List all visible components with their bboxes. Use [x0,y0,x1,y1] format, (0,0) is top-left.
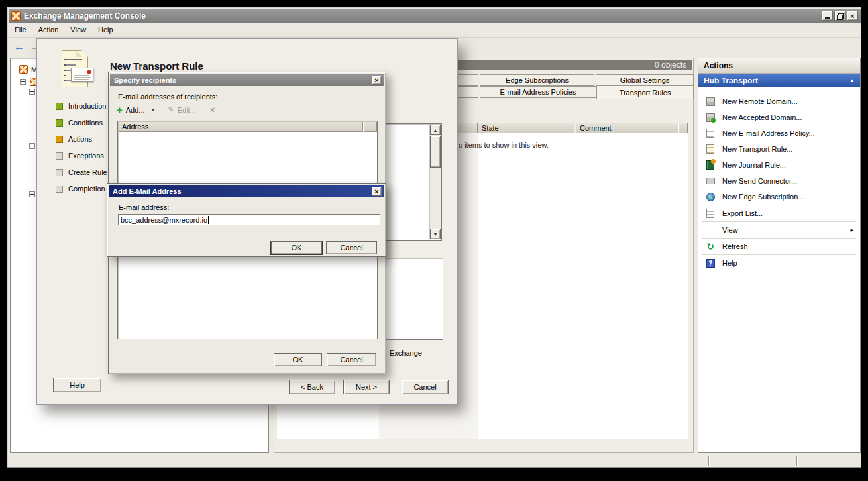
add-button[interactable]: Add... [126,106,145,114]
scroll-down-button[interactable]: ▼ [430,229,441,239]
status-bar [9,454,861,467]
action-new-remote-domain[interactable]: New Remote Domain... [698,93,860,109]
wizard-step-completion[interactable]: Completion [56,185,105,193]
submenu-icon: ► [849,227,855,233]
cancel-button-wizard[interactable]: Cancel [402,380,449,394]
address-column-tail[interactable] [364,122,377,132]
wizard-step-create-rule[interactable]: Create Rule [56,168,107,176]
column-header-comment[interactable]: Comment [576,123,678,133]
action-new-journal-rule[interactable]: New Journal Rule... [698,157,860,173]
close-button[interactable]: × [847,11,858,21]
tree-expander-recipient[interactable] [29,191,35,197]
wizard-step-exceptions[interactable]: Exceptions [56,152,104,160]
journal-rule-icon [705,160,716,170]
edit-button[interactable]: Edit... [178,106,196,114]
add-email-address-dialog: Add E-Mail Address × E-mail address: bcc… [107,183,386,257]
action-new-email-address-policy[interactable]: New E-mail Address Policy... [698,125,860,141]
actions-header: Actions [698,58,860,74]
help-button[interactable]: Help [53,378,101,392]
dialog-title: Specify recipients [114,76,176,84]
tree-expander-exchange[interactable] [20,79,26,85]
help-icon: ? [705,258,716,268]
action-new-transport-rule[interactable]: New Transport Rule... [698,141,860,157]
action-view[interactable]: View ► [698,222,860,238]
action-new-send-connector[interactable]: → New Send Connector... [698,173,860,189]
accepted-domain-icon [705,112,716,123]
email-address-input[interactable]: bcc_address@mxrecord.io [118,214,380,225]
dialog-title: Add E-Mail Address [113,187,182,195]
column-header-tail[interactable] [678,123,688,133]
menu-view[interactable]: View [64,24,92,36]
step-status-icon [56,103,63,110]
next-button[interactable]: Next > [343,380,390,394]
wizard-step-introduction[interactable]: Introduction [56,102,106,110]
wizard-step-conditions[interactable]: Conditions [56,119,103,127]
edge-subscription-icon: ↻ [705,191,716,202]
back-button[interactable]: ← [11,40,27,54]
exchange-logo-icon [11,11,21,21]
remote-domain-icon [705,96,716,107]
scrollbar[interactable]: ▲ ▼ [429,125,441,239]
view-blank-icon [705,225,716,235]
export-list-icon: → [705,208,716,219]
menu-file[interactable]: File [9,24,32,36]
specify-recipients-title-bar[interactable]: Specify recipients × [110,74,384,86]
action-new-accepted-domain[interactable]: New Accepted Domain... [698,109,860,125]
recipients-label: E-mail addresses of recipients: [118,93,217,101]
empty-list-text: o items to show in this view. [459,141,549,149]
text-caret [208,216,209,224]
wizard-title: New Transport Rule [110,60,203,72]
scroll-up-icon: ▲ [433,128,438,133]
tree-expander-server[interactable] [29,143,35,149]
close-button[interactable]: × [372,187,382,196]
close-icon: × [374,76,378,84]
step-status-icon [56,152,63,160]
column-header-state[interactable]: State [478,123,574,133]
close-button[interactable]: × [372,76,382,85]
menu-action[interactable]: Action [32,24,65,36]
ok-button-specify[interactable]: OK [274,353,322,366]
collapse-icon: ▲ [849,78,855,83]
restore-icon [837,13,843,19]
title-bar[interactable]: Exchange Management Console × [9,9,861,23]
tab-edge-subscriptions[interactable]: Edge Subscriptions [480,74,594,86]
tree-root-icon [19,65,28,74]
action-export-list[interactable]: → Export List... [698,205,860,221]
delete-icon[interactable]: × [210,105,215,115]
email-address-label: E-mail address: [119,203,169,211]
cancel-button-specify[interactable]: Cancel [327,353,376,366]
back-icon: ← [14,41,25,53]
close-icon: × [374,187,378,195]
close-icon: × [850,12,854,20]
tab-global-settings[interactable]: Global Settings [596,74,694,86]
scroll-up-button[interactable]: ▲ [430,125,441,135]
recipients-toolbar: + Add... ▼ ✎ Edit... × [117,105,215,115]
ok-button-add[interactable]: OK [271,241,322,254]
tab-transport-rules[interactable]: Transport Rules [596,85,694,99]
address-column-header[interactable]: Address [119,122,363,132]
minimize-button[interactable] [822,11,833,21]
edit-pencil-icon: ✎ [168,105,174,114]
back-button-wizard[interactable]: < Back [289,380,335,394]
menu-help[interactable]: Help [92,24,119,36]
cancel-button-add[interactable]: Cancel [326,241,377,254]
step-status-icon [56,186,63,193]
restore-button[interactable] [834,11,845,21]
minimize-icon [825,17,830,19]
scroll-thumb[interactable] [430,136,441,168]
add-dropdown-icon[interactable]: ▼ [151,107,156,112]
tab-email-address-policies[interactable]: E-mail Address Policies [480,86,596,98]
add-email-title-bar[interactable]: Add E-Mail Address × [109,185,384,197]
step-status-icon [56,136,63,143]
wizard-step-actions[interactable]: Actions [56,135,92,143]
action-help[interactable]: ? Help [698,255,860,271]
action-refresh[interactable]: ↻ Refresh [698,239,860,254]
hub-transport-group-header[interactable]: Hub Transport ▲ [698,74,860,87]
hub-transport-label: Hub Transport [704,76,758,85]
tree-expander-organization[interactable] [29,89,35,95]
wizard-text-fragment: Exchange [390,349,422,357]
refresh-icon: ↻ [705,241,716,252]
action-new-edge-subscription[interactable]: ↻ New Edge Subscription... [698,189,860,205]
send-connector-icon: → [705,176,716,186]
scroll-down-icon: ▼ [433,232,438,237]
